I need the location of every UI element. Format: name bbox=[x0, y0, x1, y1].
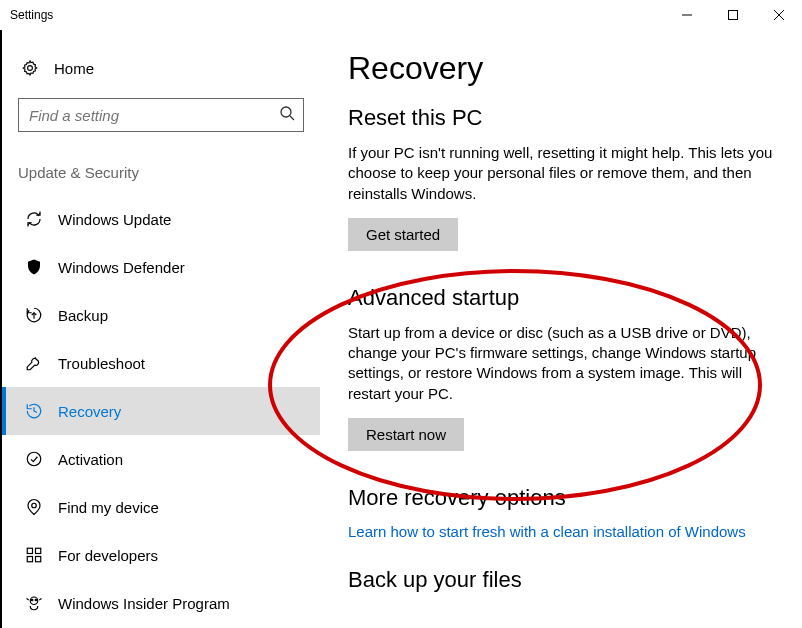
get-started-button[interactable]: Get started bbox=[348, 218, 458, 251]
titlebar: Settings bbox=[0, 0, 802, 30]
svg-rect-1 bbox=[729, 11, 738, 20]
more-recovery-heading: More recovery options bbox=[348, 485, 774, 511]
advanced-startup-heading: Advanced startup bbox=[348, 285, 774, 311]
sidebar-item-windows-insider[interactable]: Windows Insider Program bbox=[2, 579, 320, 627]
backup-files-heading: Back up your files bbox=[348, 567, 774, 593]
sidebar-item-find-my-device[interactable]: Find my device bbox=[2, 483, 320, 531]
window-title: Settings bbox=[10, 8, 53, 22]
maximize-icon bbox=[728, 10, 738, 20]
sidebar-item-for-developers[interactable]: For developers bbox=[2, 531, 320, 579]
sidebar-item-recovery[interactable]: Recovery bbox=[2, 387, 320, 435]
sidebar-item-troubleshoot[interactable]: Troubleshoot bbox=[2, 339, 320, 387]
location-icon bbox=[22, 498, 46, 516]
home-label: Home bbox=[54, 60, 94, 77]
sidebar-item-label: Windows Update bbox=[58, 211, 171, 228]
backup-arrow-icon bbox=[22, 306, 46, 324]
svg-point-8 bbox=[27, 452, 41, 466]
page-title: Recovery bbox=[348, 50, 774, 87]
sidebar-item-label: For developers bbox=[58, 547, 158, 564]
sidebar-item-windows-defender[interactable]: Windows Defender bbox=[2, 243, 320, 291]
sidebar-item-label: Activation bbox=[58, 451, 123, 468]
svg-line-6 bbox=[290, 116, 294, 120]
backup-files-section: Back up your files bbox=[348, 567, 774, 593]
reset-pc-heading: Reset this PC bbox=[348, 105, 774, 131]
sync-icon bbox=[22, 210, 46, 228]
close-icon bbox=[774, 10, 784, 20]
sidebar-item-label: Windows Defender bbox=[58, 259, 185, 276]
sidebar-item-label: Backup bbox=[58, 307, 108, 324]
svg-rect-12 bbox=[27, 557, 32, 562]
advanced-startup-description: Start up from a device or disc (such as … bbox=[348, 323, 774, 404]
svg-point-16 bbox=[35, 599, 37, 601]
minimize-button[interactable] bbox=[664, 0, 710, 30]
check-circle-icon bbox=[22, 450, 46, 468]
svg-rect-13 bbox=[36, 557, 41, 562]
close-button[interactable] bbox=[756, 0, 802, 30]
sidebar-item-label: Find my device bbox=[58, 499, 159, 516]
home-nav[interactable]: Home bbox=[2, 48, 320, 88]
developer-icon bbox=[22, 546, 46, 564]
reset-pc-description: If your PC isn't running well, resetting… bbox=[348, 143, 774, 204]
search-input[interactable] bbox=[27, 106, 279, 125]
sidebar-item-activation[interactable]: Activation bbox=[2, 435, 320, 483]
gear-icon bbox=[18, 59, 42, 77]
sidebar: Home Update & Security Windows Update Wi… bbox=[0, 30, 320, 628]
svg-rect-11 bbox=[36, 548, 41, 553]
svg-line-18 bbox=[39, 599, 41, 601]
content-pane: Recovery Reset this PC If your PC isn't … bbox=[320, 30, 802, 628]
maximize-button[interactable] bbox=[710, 0, 756, 30]
svg-line-17 bbox=[27, 599, 29, 601]
sidebar-item-label: Troubleshoot bbox=[58, 355, 145, 372]
reset-pc-section: Reset this PC If your PC isn't running w… bbox=[348, 105, 774, 251]
svg-point-4 bbox=[28, 66, 33, 71]
wrench-icon bbox=[22, 354, 46, 372]
nav-section-header: Update & Security bbox=[2, 134, 320, 195]
sidebar-item-windows-update[interactable]: Windows Update bbox=[2, 195, 320, 243]
window-controls bbox=[664, 0, 802, 30]
svg-point-15 bbox=[31, 599, 33, 601]
restart-now-button[interactable]: Restart now bbox=[348, 418, 464, 451]
svg-point-9 bbox=[32, 503, 37, 508]
start-fresh-link[interactable]: Learn how to start fresh with a clean in… bbox=[348, 523, 746, 540]
history-icon bbox=[22, 402, 46, 420]
sidebar-item-label: Recovery bbox=[58, 403, 121, 420]
minimize-icon bbox=[682, 10, 692, 20]
more-recovery-section: More recovery options Learn how to start… bbox=[348, 485, 774, 541]
svg-point-5 bbox=[281, 107, 291, 117]
advanced-startup-section: Advanced startup Start up from a device … bbox=[348, 285, 774, 451]
svg-rect-10 bbox=[27, 548, 32, 553]
search-icon bbox=[279, 105, 295, 125]
shield-icon bbox=[22, 258, 46, 276]
insider-icon bbox=[22, 594, 46, 612]
search-box[interactable] bbox=[18, 98, 304, 132]
sidebar-item-backup[interactable]: Backup bbox=[2, 291, 320, 339]
sidebar-item-label: Windows Insider Program bbox=[58, 595, 230, 612]
